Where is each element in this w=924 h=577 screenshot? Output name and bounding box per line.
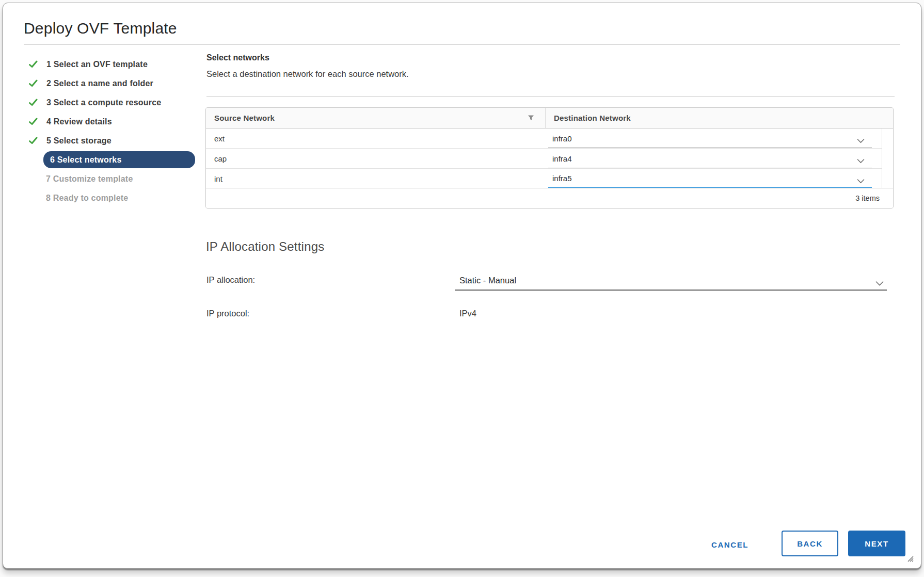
wizard-step[interactable]: 2 Select a name and folder	[24, 74, 195, 93]
chevron-down-icon	[857, 156, 865, 166]
selected-network-value: infra4	[548, 154, 572, 163]
wizard-steps: 1 Select an OVF template 2 Select a name…	[24, 55, 195, 207]
wizard-step[interactable]: 3 Select a compute resource	[24, 93, 195, 112]
destination-network-select[interactable]: infra5	[548, 169, 872, 188]
check-icon	[29, 137, 40, 145]
wizard-step-label: 5 Select storage	[46, 136, 111, 146]
check-icon	[29, 118, 40, 126]
chevron-down-icon	[857, 136, 865, 146]
destination-network-select[interactable]: infra4	[548, 149, 872, 168]
ip-allocation-value: Static - Manual	[459, 276, 516, 285]
table-footer: 3 items	[206, 188, 893, 208]
destination-network-header-label: Destination Network	[554, 114, 631, 122]
wizard-step-label: 6 Select networks	[50, 155, 122, 165]
destination-network-cell: infra0	[546, 129, 882, 148]
cancel-button[interactable]: CANCEL	[705, 534, 755, 555]
wizard-step[interactable]: 1 Select an OVF template	[24, 55, 195, 74]
resize-handle-icon[interactable]	[905, 554, 914, 564]
source-network-header-label: Source Network	[214, 114, 275, 122]
table-body: ext infra0 cap infra4 int infra5	[206, 129, 882, 189]
dialog-title: Deploy OVF Template	[24, 20, 177, 37]
wizard-step-label: 4 Review details	[46, 117, 112, 126]
check-icon	[29, 99, 40, 107]
column-header-source-network: Source Network	[206, 108, 546, 128]
wizard-step[interactable]: 8 Ready to complete	[24, 188, 195, 207]
table-row: int infra5	[206, 169, 882, 189]
table-row: ext infra0	[206, 129, 882, 149]
wizard-step-label: 3 Select a compute resource	[46, 98, 161, 107]
ip-protocol-value: IPv4	[459, 309, 476, 318]
destination-network-cell: infra4	[546, 149, 882, 168]
section-divider	[206, 96, 895, 97]
ip-protocol-label: IP protocol:	[206, 309, 249, 318]
selected-network-value: infra5	[548, 174, 572, 183]
chevron-down-icon	[857, 177, 865, 186]
title-divider	[24, 44, 900, 45]
screen: Deploy OVF Template 1 Select an OVF temp…	[0, 0, 924, 577]
source-network-cell: ext	[206, 129, 546, 148]
next-button[interactable]: NEXT	[848, 531, 905, 556]
column-header-destination-network: Destination Network	[546, 108, 893, 128]
deploy-ovf-dialog: Deploy OVF Template 1 Select an OVF temp…	[3, 3, 921, 569]
ip-allocation-label: IP allocation:	[206, 275, 255, 285]
back-button[interactable]: BACK	[782, 531, 838, 556]
chevron-down-icon	[875, 279, 884, 288]
check-icon	[29, 79, 40, 88]
ip-allocation-heading: IP Allocation Settings	[206, 239, 324, 254]
source-network-cell: int	[206, 169, 546, 188]
wizard-step-label: 1 Select an OVF template	[46, 60, 148, 69]
wizard-step[interactable]: 7 Customize template	[24, 169, 195, 188]
wizard-step[interactable]: 5 Select storage	[24, 131, 195, 150]
source-network-cell: cap	[206, 149, 546, 168]
filter-icon[interactable]	[527, 114, 535, 123]
ip-allocation-select[interactable]: Static - Manual	[455, 273, 887, 291]
wizard-step-label: 7 Customize template	[46, 174, 133, 184]
network-mapping-table: Source Network Destination Network ext i…	[205, 107, 894, 209]
wizard-step-label: 2 Select a name and folder	[46, 79, 153, 88]
section-subtitle: Select a destination network for each so…	[206, 69, 409, 79]
destination-network-cell: infra5	[546, 169, 882, 188]
items-count: 3 items	[855, 194, 880, 202]
table-row: cap infra4	[206, 149, 882, 169]
wizard-step[interactable]: 6 Select networks	[24, 150, 195, 169]
wizard-step[interactable]: 4 Review details	[24, 112, 195, 131]
check-icon	[29, 60, 40, 69]
selected-network-value: infra0	[548, 134, 572, 143]
destination-network-select[interactable]: infra0	[548, 129, 872, 148]
wizard-step-label: 8 Ready to complete	[46, 194, 128, 203]
active-step-pill[interactable]: 6 Select networks	[43, 151, 195, 168]
table-header-row: Source Network Destination Network	[206, 108, 893, 129]
section-title: Select networks	[206, 53, 269, 62]
